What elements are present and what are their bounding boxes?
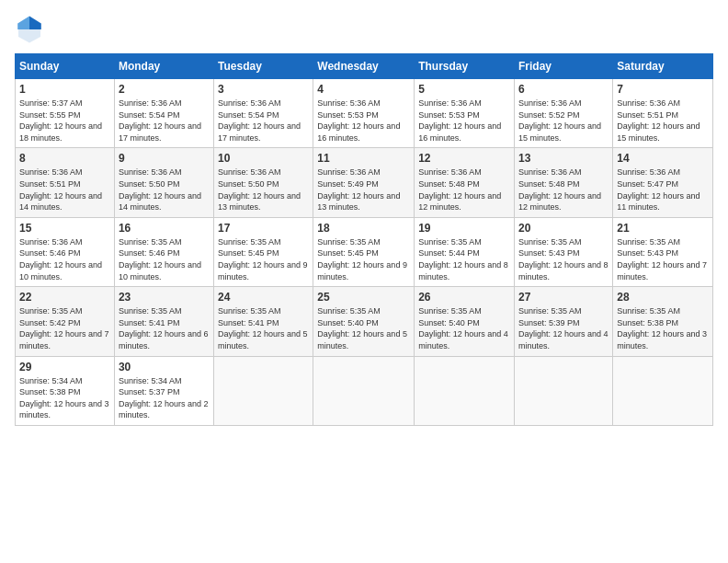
svg-marker-2 — [17, 17, 29, 29]
calendar-header-tuesday: Tuesday — [214, 54, 313, 79]
day-number: 4 — [317, 83, 410, 96]
calendar-cell: 29Sunrise: 5:34 AM Sunset: 5:38 PM Dayli… — [16, 356, 115, 425]
calendar-week-row: 22Sunrise: 5:35 AM Sunset: 5:42 PM Dayli… — [16, 287, 713, 356]
day-number: 11 — [317, 152, 410, 165]
day-info: Sunrise: 5:36 AM Sunset: 5:54 PM Dayligh… — [218, 98, 309, 144]
calendar-cell: 2Sunrise: 5:36 AM Sunset: 5:54 PM Daylig… — [114, 79, 213, 148]
day-number: 8 — [19, 152, 110, 165]
calendar-cell: 30Sunrise: 5:34 AM Sunset: 5:37 PM Dayli… — [114, 356, 213, 425]
day-number: 13 — [518, 152, 609, 165]
day-info: Sunrise: 5:35 AM Sunset: 5:46 PM Dayligh… — [119, 236, 210, 282]
calendar-cell: 21Sunrise: 5:35 AM Sunset: 5:43 PM Dayli… — [613, 217, 713, 286]
calendar-week-row: 1Sunrise: 5:37 AM Sunset: 5:55 PM Daylig… — [16, 79, 713, 148]
day-number: 5 — [418, 83, 510, 96]
calendar-cell: 1Sunrise: 5:37 AM Sunset: 5:55 PM Daylig… — [16, 79, 115, 148]
calendar-cell: 3Sunrise: 5:36 AM Sunset: 5:54 PM Daylig… — [214, 79, 313, 148]
day-info: Sunrise: 5:35 AM Sunset: 5:42 PM Dayligh… — [19, 305, 110, 351]
day-info: Sunrise: 5:36 AM Sunset: 5:50 PM Dayligh… — [119, 167, 210, 213]
day-number: 15 — [19, 222, 110, 235]
day-info: Sunrise: 5:35 AM Sunset: 5:41 PM Dayligh… — [119, 305, 210, 351]
calendar-cell: 10Sunrise: 5:36 AM Sunset: 5:50 PM Dayli… — [214, 148, 313, 217]
calendar-header-thursday: Thursday — [415, 54, 515, 79]
day-number: 12 — [418, 152, 510, 165]
calendar-cell: 19Sunrise: 5:35 AM Sunset: 5:44 PM Dayli… — [415, 217, 515, 286]
calendar-header-row: SundayMondayTuesdayWednesdayThursdayFrid… — [16, 54, 713, 79]
day-info: Sunrise: 5:34 AM Sunset: 5:37 PM Dayligh… — [119, 375, 210, 421]
day-info: Sunrise: 5:35 AM Sunset: 5:39 PM Dayligh… — [518, 305, 609, 351]
day-info: Sunrise: 5:35 AM Sunset: 5:40 PM Dayligh… — [418, 305, 510, 351]
calendar-cell — [415, 356, 515, 425]
day-info: Sunrise: 5:36 AM Sunset: 5:53 PM Dayligh… — [418, 98, 510, 144]
calendar-cell — [613, 356, 713, 425]
day-number: 24 — [218, 291, 309, 304]
calendar-cell: 13Sunrise: 5:36 AM Sunset: 5:48 PM Dayli… — [515, 148, 613, 217]
calendar-cell: 17Sunrise: 5:35 AM Sunset: 5:45 PM Dayli… — [214, 217, 313, 286]
calendar-table: SundayMondayTuesdayWednesdayThursdayFrid… — [15, 53, 713, 426]
logo-icon — [15, 15, 44, 44]
day-info: Sunrise: 5:35 AM Sunset: 5:43 PM Dayligh… — [518, 236, 609, 282]
day-info: Sunrise: 5:35 AM Sunset: 5:40 PM Dayligh… — [317, 305, 410, 351]
day-info: Sunrise: 5:36 AM Sunset: 5:48 PM Dayligh… — [418, 167, 510, 213]
day-number: 9 — [119, 152, 210, 165]
calendar-cell: 15Sunrise: 5:36 AM Sunset: 5:46 PM Dayli… — [16, 217, 115, 286]
day-number: 14 — [617, 152, 709, 165]
svg-marker-1 — [29, 17, 41, 29]
day-info: Sunrise: 5:35 AM Sunset: 5:44 PM Dayligh… — [418, 236, 510, 282]
calendar-cell: 24Sunrise: 5:35 AM Sunset: 5:41 PM Dayli… — [214, 287, 313, 356]
calendar-cell — [515, 356, 613, 425]
calendar-cell: 26Sunrise: 5:35 AM Sunset: 5:40 PM Dayli… — [415, 287, 515, 356]
day-info: Sunrise: 5:36 AM Sunset: 5:54 PM Dayligh… — [119, 98, 210, 144]
day-number: 23 — [119, 291, 210, 304]
calendar-cell: 8Sunrise: 5:36 AM Sunset: 5:51 PM Daylig… — [16, 148, 115, 217]
day-number: 29 — [19, 361, 110, 373]
day-number: 7 — [617, 83, 709, 96]
day-number: 19 — [418, 222, 510, 235]
page-header — [15, 15, 713, 44]
day-number: 16 — [119, 222, 210, 235]
calendar-cell: 7Sunrise: 5:36 AM Sunset: 5:51 PM Daylig… — [613, 79, 713, 148]
day-number: 22 — [19, 291, 110, 304]
day-number: 17 — [218, 222, 309, 235]
calendar-cell: 22Sunrise: 5:35 AM Sunset: 5:42 PM Dayli… — [16, 287, 115, 356]
day-number: 20 — [518, 222, 609, 235]
calendar-cell: 18Sunrise: 5:35 AM Sunset: 5:45 PM Dayli… — [313, 217, 415, 286]
logo — [15, 15, 48, 44]
day-number: 27 — [518, 291, 609, 304]
calendar-cell: 12Sunrise: 5:36 AM Sunset: 5:48 PM Dayli… — [415, 148, 515, 217]
day-number: 26 — [418, 291, 510, 304]
calendar-cell: 16Sunrise: 5:35 AM Sunset: 5:46 PM Dayli… — [114, 217, 213, 286]
day-info: Sunrise: 5:37 AM Sunset: 5:55 PM Dayligh… — [19, 98, 110, 144]
calendar-cell: 11Sunrise: 5:36 AM Sunset: 5:49 PM Dayli… — [313, 148, 415, 217]
calendar-header-wednesday: Wednesday — [313, 54, 415, 79]
calendar-cell — [214, 356, 313, 425]
day-info: Sunrise: 5:35 AM Sunset: 5:45 PM Dayligh… — [317, 236, 410, 282]
calendar-cell: 20Sunrise: 5:35 AM Sunset: 5:43 PM Dayli… — [515, 217, 613, 286]
day-number: 3 — [218, 83, 309, 96]
calendar-header-monday: Monday — [114, 54, 213, 79]
day-info: Sunrise: 5:36 AM Sunset: 5:49 PM Dayligh… — [317, 167, 410, 213]
calendar-cell: 14Sunrise: 5:36 AM Sunset: 5:47 PM Dayli… — [613, 148, 713, 217]
day-info: Sunrise: 5:34 AM Sunset: 5:38 PM Dayligh… — [19, 375, 110, 421]
calendar-week-row: 15Sunrise: 5:36 AM Sunset: 5:46 PM Dayli… — [16, 217, 713, 286]
day-number: 10 — [218, 152, 309, 165]
day-info: Sunrise: 5:35 AM Sunset: 5:45 PM Dayligh… — [218, 236, 309, 282]
day-info: Sunrise: 5:36 AM Sunset: 5:47 PM Dayligh… — [617, 167, 709, 213]
day-number: 25 — [317, 291, 410, 304]
calendar-cell: 23Sunrise: 5:35 AM Sunset: 5:41 PM Dayli… — [114, 287, 213, 356]
calendar-cell — [313, 356, 415, 425]
calendar-week-row: 29Sunrise: 5:34 AM Sunset: 5:38 PM Dayli… — [16, 356, 713, 425]
calendar-cell: 4Sunrise: 5:36 AM Sunset: 5:53 PM Daylig… — [313, 79, 415, 148]
day-number: 1 — [19, 83, 110, 96]
day-info: Sunrise: 5:36 AM Sunset: 5:48 PM Dayligh… — [518, 167, 609, 213]
calendar-header-friday: Friday — [515, 54, 613, 79]
day-info: Sunrise: 5:36 AM Sunset: 5:51 PM Dayligh… — [19, 167, 110, 213]
day-info: Sunrise: 5:35 AM Sunset: 5:38 PM Dayligh… — [617, 305, 709, 351]
calendar-cell: 28Sunrise: 5:35 AM Sunset: 5:38 PM Dayli… — [613, 287, 713, 356]
calendar-cell: 9Sunrise: 5:36 AM Sunset: 5:50 PM Daylig… — [114, 148, 213, 217]
day-info: Sunrise: 5:36 AM Sunset: 5:51 PM Dayligh… — [617, 98, 709, 144]
day-number: 6 — [518, 83, 609, 96]
calendar-cell: 27Sunrise: 5:35 AM Sunset: 5:39 PM Dayli… — [515, 287, 613, 356]
day-info: Sunrise: 5:36 AM Sunset: 5:50 PM Dayligh… — [218, 167, 309, 213]
day-info: Sunrise: 5:35 AM Sunset: 5:43 PM Dayligh… — [617, 236, 709, 282]
calendar-header-saturday: Saturday — [613, 54, 713, 79]
